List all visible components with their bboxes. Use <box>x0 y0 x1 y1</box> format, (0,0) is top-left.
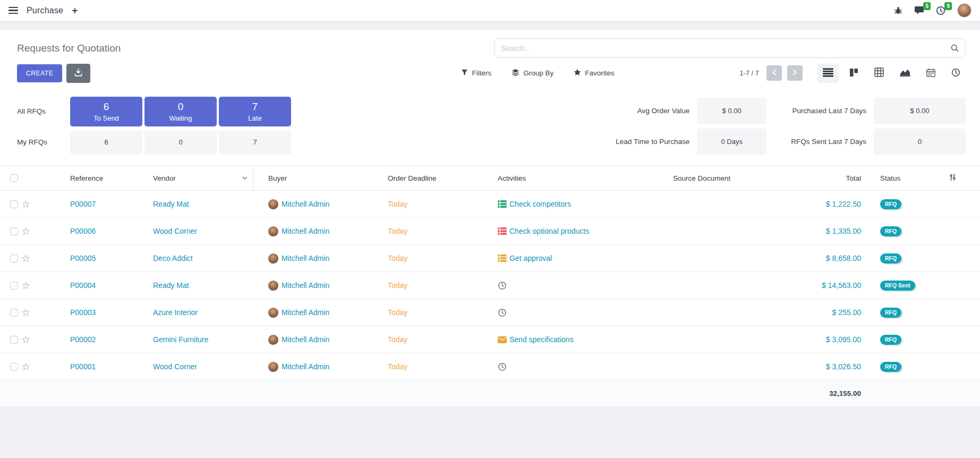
view-button-graph[interactable] <box>894 64 916 82</box>
pager-previous-button[interactable] <box>766 65 782 81</box>
activity-list-yellow-icon[interactable] <box>498 255 507 262</box>
view-button-pivot[interactable] <box>869 63 889 83</box>
activity-clock-icon[interactable] <box>498 308 507 317</box>
favorite-star-icon[interactable]: ☆ <box>21 226 30 236</box>
row-checkbox[interactable] <box>10 336 18 344</box>
status-badge: RFQ Sent <box>880 281 915 291</box>
favorites-button[interactable]: Favorites <box>574 69 615 78</box>
view-button-kanban[interactable] <box>844 64 864 83</box>
reference-link[interactable]: P00001 <box>70 362 96 371</box>
favorite-star-icon[interactable]: ☆ <box>21 308 30 318</box>
row-checkbox[interactable] <box>10 255 18 262</box>
favorite-star-icon[interactable]: ☆ <box>21 362 30 372</box>
column-header-source-document[interactable]: Source Document <box>673 166 806 190</box>
column-header-status[interactable]: Status <box>875 166 980 190</box>
vendor-link[interactable]: Ready Mat <box>153 200 189 208</box>
messages-icon[interactable]: 5 <box>914 6 924 15</box>
table-row[interactable]: ☆P00004Ready MatMitchell AdminToday$ 14,… <box>0 272 980 299</box>
status-badge: RFQ <box>880 362 901 372</box>
buyer-link[interactable]: Mitchell Admin <box>282 281 329 290</box>
search-icon[interactable] <box>950 44 959 55</box>
table-row[interactable]: ☆P00003Azure InteriorMitchell AdminToday… <box>0 299 980 326</box>
activity-link[interactable]: Check optional products <box>509 227 589 235</box>
column-header-reference[interactable]: Reference <box>49 166 139 190</box>
apps-menu-icon[interactable] <box>8 7 18 14</box>
table-row[interactable]: ☆P00007Ready MatMitchell AdminTodayCheck… <box>0 191 980 218</box>
vendor-link[interactable]: Wood Corner <box>153 227 197 235</box>
debug-bug-icon[interactable] <box>894 6 902 15</box>
reference-link[interactable]: P00006 <box>70 227 96 235</box>
create-button[interactable]: CREATE <box>17 64 62 82</box>
table-row[interactable]: ☆P00005Deco AddictMitchell AdminTodayGet… <box>0 245 980 272</box>
activity-list-green-icon[interactable] <box>498 200 507 208</box>
activity-link[interactable]: Check competitors <box>509 200 571 208</box>
kpi-my-value[interactable]: 0 <box>144 131 217 154</box>
search-input[interactable] <box>494 38 966 58</box>
buyer-link[interactable]: Mitchell Admin <box>282 200 329 208</box>
star-column-header <box>21 166 49 190</box>
activity-envelope-icon[interactable] <box>498 336 507 343</box>
favorite-star-icon[interactable]: ☆ <box>21 281 30 291</box>
activity-link[interactable]: Get approval <box>509 254 552 262</box>
row-checkbox[interactable] <box>10 309 18 317</box>
export-button[interactable] <box>66 64 90 83</box>
reference-link[interactable]: P00004 <box>70 281 96 290</box>
column-header-total[interactable]: Total <box>806 166 875 190</box>
buyer-link[interactable]: Mitchell Admin <box>282 308 329 317</box>
vendor-link[interactable]: Azure Interior <box>153 308 198 317</box>
buyer-link[interactable]: Mitchell Admin <box>282 254 329 262</box>
reference-link[interactable]: P00002 <box>70 335 96 344</box>
new-tab-plus-icon[interactable]: + <box>72 5 78 15</box>
table-footer: 32,155.00 <box>0 380 980 407</box>
view-button-list[interactable] <box>817 64 839 83</box>
rfq-table-body: ☆P00007Ready MatMitchell AdminTodayCheck… <box>0 191 980 380</box>
column-header-vendor[interactable]: Vendor <box>139 166 253 190</box>
row-checkbox[interactable] <box>10 227 18 235</box>
favorite-star-icon[interactable]: ☆ <box>21 199 30 209</box>
vendor-link[interactable]: Deco Addict <box>153 254 193 262</box>
activities-clock-icon[interactable]: 9 <box>936 6 945 15</box>
filters-button[interactable]: Filters <box>461 69 491 78</box>
column-header-buyer[interactable]: Buyer <box>253 166 384 190</box>
table-row[interactable]: ☆P00001Wood CornerMitchell AdminToday$ 3… <box>0 353 980 380</box>
buyer-link[interactable]: Mitchell Admin <box>282 362 329 371</box>
pager-next-button[interactable] <box>787 65 803 81</box>
view-button-calendar[interactable] <box>921 64 941 83</box>
column-header-order-deadline[interactable]: Order Deadline <box>384 166 498 190</box>
reference-link[interactable]: P00005 <box>70 254 96 262</box>
activity-list-red-icon[interactable] <box>498 227 507 235</box>
view-button-activity[interactable] <box>946 64 966 83</box>
reference-link[interactable]: P00003 <box>70 308 96 317</box>
vendor-link[interactable]: Gemini Furniture <box>153 335 208 344</box>
favorite-star-icon[interactable]: ☆ <box>21 253 30 264</box>
vendor-link[interactable]: Wood Corner <box>153 362 197 371</box>
buyer-link[interactable]: Mitchell Admin <box>282 335 329 344</box>
activity-clock-icon[interactable] <box>498 281 507 290</box>
total-amount: $ 14,563.00 <box>822 281 861 290</box>
row-checkbox[interactable] <box>10 363 18 371</box>
select-all-checkbox[interactable] <box>10 174 18 182</box>
order-deadline-text: Today <box>388 362 407 371</box>
kpi-card-late[interactable]: 7Late <box>219 97 291 126</box>
stat-value: 0 Days <box>697 129 766 155</box>
kpi-card-to-send[interactable]: 6To Send <box>70 97 142 126</box>
kpi-my-value[interactable]: 7 <box>219 131 291 154</box>
kpi-my-value[interactable]: 6 <box>70 131 142 154</box>
source-document-cell <box>673 191 806 217</box>
vendor-link[interactable]: Ready Mat <box>153 281 189 290</box>
activity-link[interactable]: Send specifications <box>509 335 574 344</box>
user-avatar[interactable] <box>957 3 972 18</box>
row-checkbox[interactable] <box>10 200 18 208</box>
table-row[interactable]: ☆P00006Wood CornerMitchell AdminTodayChe… <box>0 218 980 245</box>
favorite-star-icon[interactable]: ☆ <box>21 335 30 345</box>
app-name[interactable]: Purchase <box>27 6 63 15</box>
optional-columns-icon[interactable] <box>949 173 957 183</box>
kpi-card-waiting[interactable]: 0Waiting <box>144 97 217 126</box>
reference-link[interactable]: P00007 <box>70 200 96 208</box>
activity-clock-icon[interactable] <box>498 362 507 371</box>
row-checkbox[interactable] <box>10 282 18 290</box>
table-row[interactable]: ☆P00002Gemini FurnitureMitchell AdminTod… <box>0 326 980 353</box>
group-by-button[interactable]: Group By <box>512 69 553 78</box>
column-header-activities[interactable]: Activities <box>498 166 673 190</box>
buyer-link[interactable]: Mitchell Admin <box>282 227 329 235</box>
